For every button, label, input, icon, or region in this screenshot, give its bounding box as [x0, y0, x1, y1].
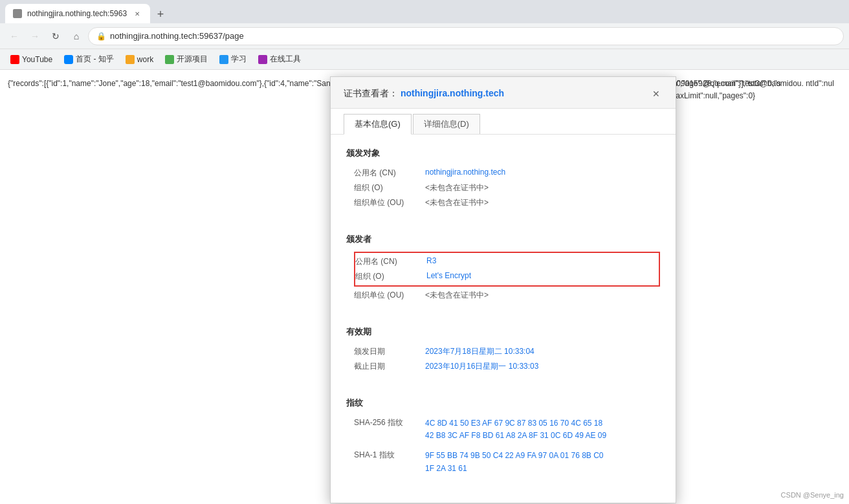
bookmark-work-label: work — [137, 55, 153, 64]
sha1-label: SHA-1 指纹 — [354, 450, 425, 474]
sha1-value: 9F 55 BB 74 9B 50 C4 22 A9 FA 97 0A 01 7… — [425, 450, 660, 474]
cert-header: 证书查看者： nothingjira.nothing.tech ✕ — [331, 77, 676, 109]
bookmark-xuexi-icon — [219, 55, 228, 64]
cert-tab-detail[interactable]: 详细信息(D) — [413, 114, 480, 134]
page-content-right: Tom","age":28,"email":"test3@baomidou. n… — [655, 70, 849, 110]
bookmark-zhihu[interactable]: 首页 - 知乎 — [59, 52, 119, 67]
bookmarks-bar: YouTube 首页 - 知乎 work 开源项目 学习 在线工具 — [0, 49, 849, 70]
cert-section-issued-to: 颁发对象 公用名 (CN) nothingjira.nothing.tech 组… — [346, 148, 660, 210]
nav-bar: ← → ↻ ⌂ 🔒 nothingjira.nothing.tech:59637… — [0, 23, 849, 49]
content-area: {"records":[{"id":1,"name":"Jone","age":… — [0, 70, 849, 504]
tab-bar: nothingjira.nothing.tech:5963 ✕ + — [5, 0, 170, 23]
separator-3 — [346, 387, 660, 397]
tab-close-button[interactable]: ✕ — [132, 8, 142, 19]
cert-section-fingerprints: 指纹 SHA-256 指纹 4C 8D 41 50 E3 AF 67 9C 87… — [346, 397, 660, 477]
home-button[interactable]: ⌂ — [67, 27, 85, 45]
issued-by-ou-label: 组织单位 (OU) — [354, 290, 425, 301]
cert-tab-basic-label: 基本信息(G) — [355, 119, 401, 129]
bookmark-youtube-icon — [10, 55, 19, 64]
address-text: nothingjira.nothing.tech:59637/page — [110, 31, 244, 41]
issued-to-cn-row: 公用名 (CN) nothingjira.nothing.tech — [346, 166, 660, 181]
address-bar[interactable]: 🔒 nothingjira.nothing.tech:59637/page — [88, 27, 844, 45]
validity-issued-value: 2023年7月18日星期二 10:33:04 — [425, 346, 660, 357]
issued-by-ou-value: <未包含在证书中> — [425, 290, 660, 301]
bookmark-work-icon — [126, 55, 135, 64]
separator-2 — [346, 316, 660, 326]
issued-to-o-value: <未包含在证书中> — [425, 182, 660, 193]
bookmark-xuexi-label: 学习 — [231, 54, 247, 65]
validity-issued-label: 颁发日期 — [354, 346, 425, 357]
issued-to-o-label: 组织 (O) — [354, 182, 425, 193]
issued-by-cn-row: 公用名 (CN) R3 — [355, 254, 659, 269]
fingerprints-title: 指纹 — [346, 397, 660, 409]
bookmark-work[interactable]: work — [120, 52, 159, 67]
cert-section-validity: 有效期 颁发日期 2023年7月18日星期二 10:33:04 截止日期 202… — [346, 326, 660, 374]
issued-by-cn-value: R3 — [426, 256, 659, 267]
page-json-right: Tom","age":28,"email":"test3@baomidou. n… — [663, 79, 834, 100]
issued-to-title: 颁发对象 — [346, 148, 660, 159]
bookmark-kaiyuan-label: 开源项目 — [177, 54, 208, 65]
issued-to-ou-row: 组织单位 (OU) <未包含在证书中> — [346, 195, 660, 210]
issued-by-o-value: Let's Encrypt — [426, 271, 659, 282]
watermark: CSDN @Senye_ing — [781, 491, 844, 499]
cert-close-button[interactable]: ✕ — [650, 87, 663, 100]
title-bar: nothingjira.nothing.tech:5963 ✕ + — [0, 0, 849, 23]
issued-to-ou-label: 组织单位 (OU) — [354, 197, 425, 208]
issued-by-o-row: 组织 (O) Let's Encrypt — [355, 269, 659, 284]
separator-1 — [346, 223, 660, 234]
validity-issued-row: 颁发日期 2023年7月18日星期二 10:33:04 — [346, 344, 660, 359]
issuer-highlighted-box: 公用名 (CN) R3 组织 (O) Let's Encrypt — [354, 252, 660, 287]
cert-section-issued-by: 颁发者 公用名 (CN) R3 组织 (O) Let's Encrypt — [346, 234, 660, 303]
sha256-row: SHA-256 指纹 4C 8D 41 50 E3 AF 67 9C 87 83… — [346, 415, 660, 444]
new-tab-button[interactable]: + — [151, 5, 170, 23]
cert-title-prefix: 证书查看者： — [344, 88, 398, 98]
bookmark-xuexi[interactable]: 学习 — [214, 52, 252, 67]
issued-by-ou-row: 组织单位 (OU) <未包含在证书中> — [346, 288, 660, 303]
back-button[interactable]: ← — [5, 27, 23, 45]
cert-tab-basic[interactable]: 基本信息(G) — [344, 114, 412, 135]
bookmark-youtube[interactable]: YouTube — [5, 52, 58, 67]
issued-by-title: 颁发者 — [346, 234, 660, 245]
issued-to-cn-value: nothingjira.nothing.tech — [425, 168, 660, 179]
issued-by-o-label: 组织 (O) — [355, 271, 426, 282]
cert-title: 证书查看者： nothingjira.nothing.tech — [344, 88, 504, 100]
cert-tab-detail-label: 详细信息(D) — [424, 119, 469, 129]
validity-title: 有效期 — [346, 326, 660, 338]
forward-button[interactable]: → — [26, 27, 44, 45]
bookmark-kaiyuan[interactable]: 开源项目 — [160, 52, 213, 67]
bookmark-online[interactable]: 在线工具 — [253, 52, 306, 67]
issued-to-ou-value: <未包含在证书中> — [425, 197, 660, 208]
cert-body: 颁发对象 公用名 (CN) nothingjira.nothing.tech 组… — [331, 135, 676, 503]
issued-to-cn-label: 公用名 (CN) — [354, 168, 425, 179]
bookmark-online-label: 在线工具 — [270, 54, 301, 65]
browser-frame: nothingjira.nothing.tech:5963 ✕ + ← → ↻ … — [0, 0, 849, 504]
browser-tab[interactable]: nothingjira.nothing.tech:5963 ✕ — [5, 4, 150, 23]
sha256-label: SHA-256 指纹 — [354, 417, 425, 442]
validity-expire-row: 截止日期 2023年10月16日星期一 10:33:03 — [346, 359, 660, 374]
refresh-button[interactable]: ↻ — [47, 27, 65, 45]
validity-expire-label: 截止日期 — [354, 361, 425, 372]
cert-dialog: 证书查看者： nothingjira.nothing.tech ✕ 基本信息(G… — [330, 76, 676, 503]
sha1-row: SHA-1 指纹 9F 55 BB 74 9B 50 C4 22 A9 FA 9… — [346, 448, 660, 476]
bookmark-youtube-label: YouTube — [22, 55, 52, 64]
tab-title: nothingjira.nothing.tech:5963 — [27, 9, 127, 18]
issued-to-o-row: 组织 (O) <未包含在证书中> — [346, 181, 660, 195]
issued-by-cn-label: 公用名 (CN) — [355, 256, 426, 267]
cert-title-domain: nothingjira.nothing.tech — [401, 88, 504, 98]
bookmark-zhihu-icon — [64, 55, 73, 64]
tab-favicon — [13, 9, 22, 18]
lock-icon: 🔒 — [96, 32, 106, 41]
cert-tabs: 基本信息(G) 详细信息(D) — [331, 109, 676, 135]
bookmark-kaiyuan-icon — [165, 55, 174, 64]
sha256-value: 4C 8D 41 50 E3 AF 67 9C 87 83 05 16 70 4… — [425, 417, 660, 442]
bookmark-online-icon — [258, 55, 267, 64]
validity-expire-value: 2023年10月16日星期一 10:33:03 — [425, 361, 660, 372]
bookmark-zhihu-label: 首页 - 知乎 — [76, 54, 114, 65]
